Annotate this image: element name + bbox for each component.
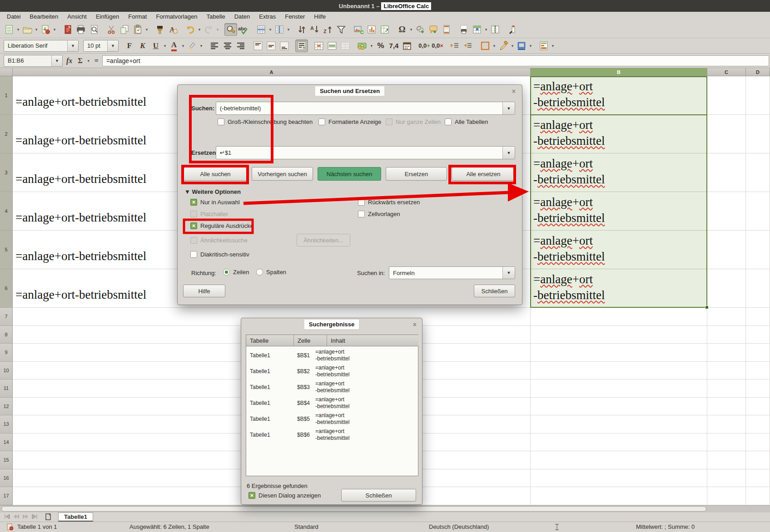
regular-expressions-checkbox[interactable]: ✕Reguläre Ausdrücke (190, 222, 253, 229)
merge-center-cells-icon[interactable] (313, 39, 325, 52)
row-header-16[interactable]: 16 (0, 469, 13, 488)
decrease-indent-icon[interactable] (462, 39, 474, 52)
sum-icon[interactable]: Σ (76, 57, 84, 65)
align-vcenter-icon[interactable] (265, 39, 278, 52)
row-header-6[interactable]: 6 (0, 269, 13, 308)
cell-C9[interactable] (707, 344, 746, 362)
border-style-dropdown-icon[interactable]: ▾ (510, 44, 515, 48)
wrap-text-icon[interactable] (295, 39, 308, 52)
cell-C1[interactable] (707, 76, 746, 115)
headers-footers-icon[interactable] (440, 23, 453, 36)
autofilter-icon[interactable] (335, 23, 348, 36)
cell-B8[interactable] (531, 326, 707, 344)
cell-B17[interactable] (531, 487, 707, 505)
cell-D1[interactable] (746, 76, 770, 115)
find-replace-icon[interactable] (224, 23, 237, 36)
results-row-b2[interactable]: Tabelle1$B$2=anlage+ort-betriebsmittel (246, 364, 418, 379)
replace-combo[interactable]: ↵$1 ▼ (216, 146, 515, 159)
menu-item-datei[interactable]: Datei (3, 12, 25, 21)
results-close-button[interactable]: Schließen (341, 489, 416, 502)
redo-icon[interactable] (202, 23, 215, 36)
insert-chart-icon[interactable] (365, 23, 378, 36)
horizontal-scrollbar-thumb[interactable] (1, 506, 706, 512)
column-dropdown-icon[interactable]: ▾ (286, 27, 291, 32)
currency-dropdown-icon[interactable]: ▾ (369, 44, 374, 48)
results-col-content[interactable]: Inhalt (327, 335, 418, 346)
cell-B11[interactable] (531, 379, 707, 398)
menu-item-formatvorlagen[interactable]: Formatvorlagen (152, 12, 201, 21)
print-preview-icon[interactable] (88, 23, 100, 36)
copy-icon[interactable] (118, 23, 131, 36)
highlight-color-icon[interactable] (186, 39, 199, 52)
menu-item-format[interactable]: Format (124, 12, 151, 21)
column-header-b[interactable]: B (531, 68, 707, 76)
cell-C6[interactable] (707, 269, 746, 308)
insert-row-icon[interactable] (255, 23, 268, 36)
cell-D7[interactable] (746, 308, 770, 326)
results-col-table[interactable]: Tabelle (246, 335, 294, 346)
delete-decimal-icon[interactable]: 0,0× (431, 39, 444, 52)
print-icon[interactable] (75, 23, 87, 36)
date-format-icon[interactable] (401, 39, 413, 52)
menu-item-einfgen[interactable]: Einfügen (92, 12, 123, 21)
clear-formatting-icon[interactable]: A (167, 23, 179, 36)
row-header-14[interactable]: 14 (0, 433, 13, 452)
cell-B7[interactable] (531, 308, 707, 326)
column-header-c[interactable]: C (707, 68, 746, 76)
find-dialog-close-icon[interactable]: × (512, 88, 516, 95)
row-header-17[interactable]: 17 (0, 487, 13, 505)
underline-dropdown-icon[interactable]: ▾ (163, 44, 167, 48)
border-style-icon[interactable] (497, 39, 510, 52)
row-dropdown-icon[interactable]: ▾ (268, 27, 273, 32)
align-top-icon[interactable] (252, 39, 264, 52)
cell-B2[interactable]: =anlage+ort-betriebsmittel (531, 115, 707, 153)
help-button[interactable]: Hilfe (183, 285, 225, 297)
cell-D10[interactable] (746, 362, 770, 380)
find-previous-button[interactable]: Vorherigen suchen (252, 167, 313, 181)
function-wizard-icon[interactable]: fx (65, 57, 74, 65)
border-color-icon[interactable] (515, 39, 528, 52)
border-color-dropdown-icon[interactable]: ▾ (528, 44, 533, 48)
row-header-2[interactable]: 2 (0, 115, 13, 153)
results-col-cell[interactable]: Zelle (294, 335, 327, 346)
cell-D14[interactable] (746, 433, 770, 452)
print-area-icon[interactable] (457, 23, 470, 36)
formula-input[interactable]: =anlage+ort (102, 55, 769, 66)
merge-cells-icon[interactable] (326, 39, 338, 52)
new-dropdown-icon[interactable]: ▾ (16, 27, 20, 32)
font-name-combo[interactable]: Liberation Serif ▼ (4, 40, 79, 52)
select-all-corner[interactable] (0, 68, 13, 76)
previous-sheet-icon[interactable] (13, 514, 20, 520)
similarity-search-checkbox[interactable]: Ähnlichkeitssuche (190, 237, 248, 244)
borders-dropdown-icon[interactable]: ▾ (492, 44, 497, 48)
find-next-button[interactable]: Nächsten suchen (318, 167, 381, 181)
freeze-panes-icon[interactable] (471, 23, 483, 36)
cut-icon[interactable] (105, 23, 118, 36)
underline-icon[interactable]: U (149, 39, 162, 52)
row-header-7[interactable]: 7 (0, 308, 13, 326)
cell-D2[interactable] (746, 115, 770, 153)
add-decimal-icon[interactable]: 0,0+ (418, 39, 431, 52)
highlight-dropdown-icon[interactable]: ▾ (199, 44, 204, 48)
cell-D16[interactable] (746, 469, 770, 488)
insert-image-icon[interactable] (352, 23, 365, 36)
sort-icon[interactable] (295, 23, 308, 36)
first-sheet-icon[interactable] (4, 514, 11, 520)
menu-item-tabelle[interactable]: Tabelle (202, 12, 229, 21)
cell-C11[interactable] (707, 379, 746, 398)
cell-D12[interactable] (746, 398, 770, 416)
cell-D4[interactable] (746, 192, 770, 231)
insert-pivot-table-icon[interactable] (378, 23, 391, 36)
cell-C3[interactable] (707, 153, 746, 192)
cell-C8[interactable] (707, 326, 746, 344)
row-header-8[interactable]: 8 (0, 326, 13, 344)
conditional-formatting-icon[interactable] (537, 39, 550, 52)
cell-styles-checkbox[interactable]: Zellvorlagen (358, 211, 400, 217)
results-row-b6[interactable]: Tabelle1$B$6=anlage+ort-betriebsmittel (246, 427, 418, 443)
cell-D9[interactable] (746, 344, 770, 362)
cell-D15[interactable] (746, 451, 770, 469)
cell-B13[interactable] (531, 415, 707, 433)
search-combo[interactable]: (-betriebsmittel) ▼ (216, 102, 515, 115)
cell-C2[interactable] (707, 115, 746, 153)
row-header-9[interactable]: 9 (0, 344, 13, 362)
